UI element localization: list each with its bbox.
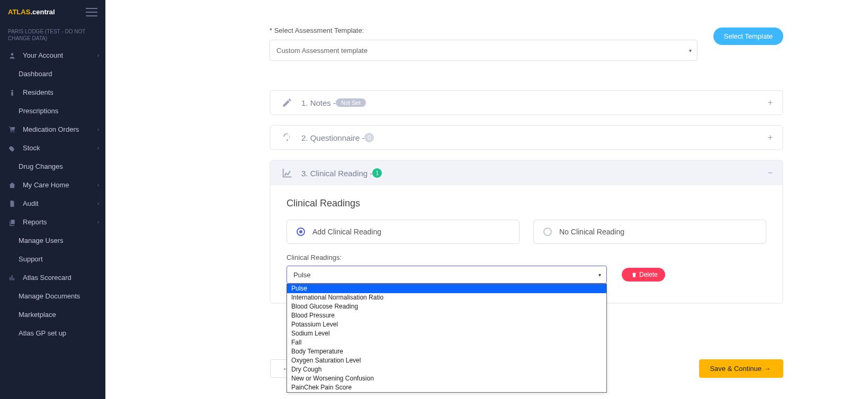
svg-point-1 [11,89,13,92]
sidebar-subtitle: PARIS LODGE (TEST - DO NOT CHANGE DATA) [0,24,105,46]
radio-add-label: Add Clinical Reading [312,228,381,236]
dropdown-option[interactable]: Potassium Level [287,320,606,329]
template-label: * Select Assessment Template: [270,26,697,34]
save-continue-button[interactable]: Save & Continue → [699,359,783,378]
sidebar-item-label: My Care Home [23,181,69,189]
sidebar-item-label: Audit [23,200,39,207]
clinical-readings-row: Pulse ▾ Delete [287,266,766,284]
svg-point-2 [11,131,12,132]
sidebar-item-atlas-gp-set-up[interactable]: Atlas GP set up [0,324,105,342]
dropdown-option[interactable]: Body Temperature [287,347,606,356]
clinical-count-badge: 1 [372,168,382,178]
clinical-readings-select-wrap: Pulse ▾ [287,266,607,284]
svg-point-0 [11,53,14,56]
sidebar-item-my-care-home[interactable]: My Care Home› [0,176,105,194]
sidebar-item-reports[interactable]: Reports› [0,213,105,231]
sidebar-item-dashboard[interactable]: Dashboard [0,65,105,83]
sidebar-item-support[interactable]: Support [0,250,105,268]
sidebar-item-label: Residents [23,88,53,96]
radio-unselected-icon [543,228,552,236]
chevron-right-icon: › [97,182,99,188]
template-row: * Select Assessment Template: Custom Ass… [270,26,783,61]
dropdown-option[interactable]: Dry Cough [287,365,606,374]
sidebar-item-atlas-scorecard[interactable]: Atlas Scorecard [0,268,105,287]
clinical-radio-row: Add Clinical Reading No Clinical Reading [287,220,766,244]
chevron-right-icon: › [97,126,99,132]
sidebar-item-prescriptions[interactable]: Prescriptions [0,102,105,120]
chevron-down-icon: ▾ [689,48,692,53]
sidebar-item-label: Manage Users [19,237,64,244]
section-questionnaire-title: 2. Questionnaire - [301,133,364,142]
radio-none-label: No Clinical Reading [559,228,624,236]
chart-line-icon [280,167,294,179]
user-icon [8,52,16,59]
section-notes-header[interactable]: 1. Notes - Not Set + [271,91,782,114]
sidebar-nav: Your Account›DashboardResidentsPrescript… [0,46,105,399]
dropdown-option[interactable]: PainChek Pain Score [287,383,606,392]
sidebar-item-audit[interactable]: Audit› [0,194,105,213]
sidebar-item-medication-orders[interactable]: Medication Orders› [0,120,105,139]
template-select[interactable]: Custom Assessment template ▾ [270,40,697,61]
sidebar-item-marketplace[interactable]: Marketplace [0,305,105,324]
dropdown-option[interactable]: Blood Pressure [287,311,606,320]
save-continue-label: Save & Continue [710,365,762,373]
sidebar-item-drug-changes[interactable]: Drug Changes [0,157,105,176]
pencil-icon [280,97,294,108]
sidebar-item-label: Atlas GP set up [19,329,66,337]
brand-bar: ATLAS.central [0,0,105,24]
sidebar-item-your-account[interactable]: Your Account› [0,46,105,65]
section-clinical-title: 3. Clinical Reading - [301,169,372,178]
section-questionnaire: 2. Questionnaire - 0 + [270,125,783,150]
section-clinical-reading: 3. Clinical Reading - 1 − Clinical Readi… [270,160,783,304]
hamburger-icon[interactable] [86,8,97,16]
section-questionnaire-header[interactable]: 2. Questionnaire - 0 + [271,126,782,149]
dropdown-option[interactable]: New or Worsening Confusion [287,374,606,383]
expand-icon[interactable]: + [768,133,773,142]
copy-icon [8,219,16,226]
expand-icon[interactable]: + [768,98,773,107]
pill-icon [8,144,16,152]
clinical-readings-label: Clinical Readings: [287,253,766,261]
select-template-button[interactable]: Select Template [713,28,783,45]
template-field: * Select Assessment Template: Custom Ass… [270,26,697,61]
sidebar-item-label: Support [19,255,43,263]
clinical-readings-select[interactable]: Pulse ▾ [287,266,607,284]
sidebar-item-label: Atlas Scorecard [23,274,71,282]
trash-icon [631,272,637,278]
delete-button[interactable]: Delete [622,268,665,282]
sidebar-item-manage-users[interactable]: Manage Users [0,231,105,250]
section-clinical-header[interactable]: 3. Clinical Reading - 1 − [271,161,782,185]
home-icon [8,182,16,189]
dropdown-option[interactable]: Oxygen Saturation Level [287,356,606,365]
sidebar-item-label: Reports [23,218,47,226]
chevron-right-icon: › [97,52,99,58]
arrow-right-icon: → [764,365,771,373]
sidebar-item-stock[interactable]: Stock› [0,139,105,157]
clinical-readings-dropdown[interactable]: PulseInternational Normalisation RatioBl… [287,284,607,393]
resident-icon [8,89,16,96]
sidebar-item-label: Prescriptions [19,107,58,115]
sidebar-item-residents[interactable]: Residents [0,83,105,102]
chart-icon [8,274,16,282]
chevron-right-icon: › [97,201,99,206]
radio-add-clinical-reading[interactable]: Add Clinical Reading [287,220,520,244]
doc-icon [8,200,16,207]
clinical-readings-value: Pulse [293,271,311,279]
radio-no-clinical-reading[interactable]: No Clinical Reading [533,220,766,244]
dropdown-option[interactable]: Sodium Level [287,329,606,338]
dropdown-option[interactable]: International Normalisation Ratio [287,293,606,302]
sidebar-item-manage-documents[interactable]: Manage Documents [0,287,105,305]
chevron-right-icon: › [97,219,99,225]
chevron-right-icon: › [97,145,99,151]
collapse-icon[interactable]: − [768,168,773,178]
section-notes-title: 1. Notes - [301,98,336,107]
sidebar: ATLAS.central PARIS LODGE (TEST - DO NOT… [0,0,105,399]
radio-selected-icon [297,228,305,236]
svg-point-3 [14,131,15,132]
question-icon [280,132,294,143]
not-set-badge: Not Set [336,98,366,107]
section-notes: 1. Notes - Not Set + [270,90,783,115]
dropdown-option[interactable]: Blood Glucose Reading [287,302,606,311]
dropdown-option[interactable]: Pulse [287,284,606,293]
dropdown-option[interactable]: Fall [287,338,606,347]
